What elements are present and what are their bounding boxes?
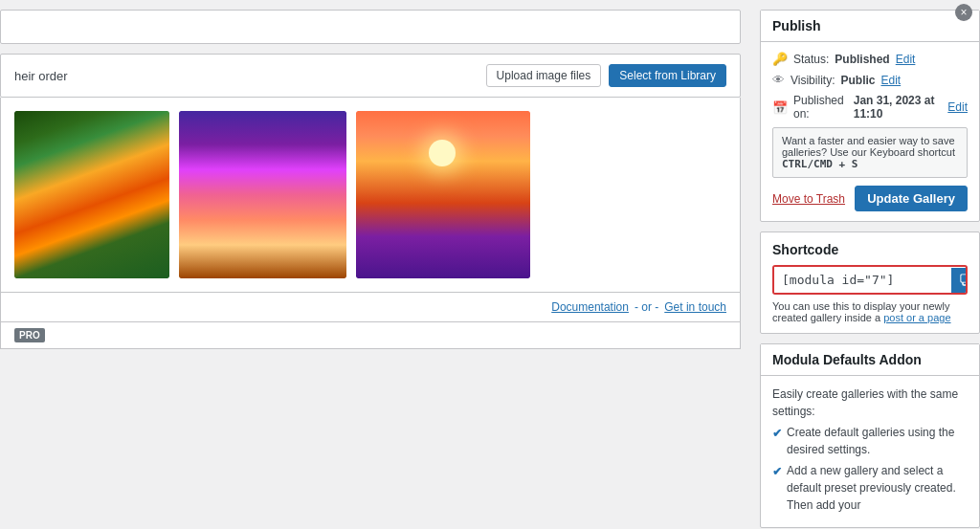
post-or-page-link[interactable]: post or a page: [883, 312, 950, 323]
calendar-icon: 📅: [772, 100, 788, 115]
modula-check-item-1: ✔ Create default galleries using the des…: [772, 424, 968, 458]
published-label: Published on:: [793, 94, 848, 121]
shortcode-body: Shortcode You can use this to displ: [761, 232, 979, 333]
sun-decoration: [429, 140, 456, 166]
shortcode-input-row: [772, 265, 968, 295]
shortcode-note: You can use this to display your newly c…: [772, 300, 968, 323]
documentation-link[interactable]: Documentation: [551, 300, 629, 314]
gallery-order-label: heir order: [14, 69, 68, 83]
publish-body: 🔑 Status: Published Edit 👁 Visibility: P…: [761, 42, 979, 221]
visibility-label: Visibility:: [791, 74, 835, 87]
modula-check-text-2: Add a new gallery and select a default p…: [787, 462, 968, 514]
modula-check-text-1: Create default galleries using the desir…: [787, 424, 968, 458]
status-icon: 🔑: [772, 52, 788, 66]
visibility-row: 👁 Visibility: Public Edit: [772, 73, 968, 87]
sidebar: Publish 🔑 Status: Published Edit 👁 Visib…: [750, 0, 980, 529]
gallery-image-flowers[interactable]: [14, 111, 169, 278]
status-row: 🔑 Status: Published Edit: [772, 52, 968, 66]
shortcode-input[interactable]: [774, 267, 951, 293]
search-bar: [0, 10, 741, 44]
copy-icon: [960, 274, 968, 287]
check-icon-1: ✔: [772, 425, 782, 442]
published-value: Jan 31, 2023 at 11:10: [854, 94, 943, 121]
publish-actions: Move to Trash Update Gallery: [772, 186, 968, 211]
update-gallery-button[interactable]: Update Gallery: [855, 186, 968, 211]
gallery-header-buttons: Upload image files Select from Library: [486, 64, 726, 87]
status-label: Status:: [793, 53, 829, 66]
move-to-trash-button[interactable]: Move to Trash: [772, 192, 845, 206]
upload-image-files-button[interactable]: Upload image files: [486, 64, 602, 87]
gallery-images-area: [0, 98, 741, 293]
modula-check-item-2: ✔ Add a new gallery and select a default…: [772, 462, 968, 514]
status-value: Published: [835, 53, 889, 66]
visibility-value: Public: [840, 74, 875, 87]
publish-tip: Want a faster and easier way to save gal…: [772, 127, 968, 178]
modula-defaults-header: Modula Defaults Addon: [761, 344, 979, 376]
publish-box: Publish 🔑 Status: Published Edit 👁 Visib…: [760, 10, 980, 222]
publish-header: Publish: [761, 11, 979, 42]
svg-rect-2: [962, 275, 968, 281]
check-icon-2: ✔: [772, 463, 782, 480]
gallery-image-sunset2[interactable]: [356, 111, 530, 278]
separator-text: - or -: [635, 300, 658, 314]
bottom-bar: Documentation - or - Get in touch: [0, 293, 741, 322]
visibility-icon: 👁: [772, 73, 785, 87]
published-row: 📅 Published on: Jan 31, 2023 at 11:10 Ed…: [772, 94, 968, 121]
pro-badge-bar: PRO: [0, 322, 741, 349]
visibility-edit-link[interactable]: Edit: [880, 74, 901, 87]
shortcode-box: Shortcode You can use this to displ: [760, 231, 980, 334]
modula-defaults-body: Easily create galleries with the same se…: [761, 376, 979, 527]
shortcode-label: Shortcode: [772, 242, 968, 257]
modula-defaults-box: Modula Defaults Addon Easily create gall…: [760, 343, 980, 528]
modula-defaults-intro: Easily create galleries with the same se…: [772, 386, 968, 420]
status-edit-link[interactable]: Edit: [896, 53, 916, 66]
pro-badge: PRO: [14, 328, 45, 342]
shortcode-copy-button[interactable]: [951, 268, 968, 293]
gallery-image-sunset1[interactable]: [179, 111, 346, 278]
gallery-header-bar: heir order Upload image files Select fro…: [0, 54, 741, 98]
select-from-library-button[interactable]: Select from Library: [609, 64, 726, 87]
published-edit-link[interactable]: Edit: [947, 100, 968, 114]
close-button[interactable]: ×: [955, 4, 972, 21]
keyboard-shortcut: CTRL/CMD + S: [782, 158, 858, 170]
get-in-touch-link[interactable]: Get in touch: [664, 300, 726, 314]
